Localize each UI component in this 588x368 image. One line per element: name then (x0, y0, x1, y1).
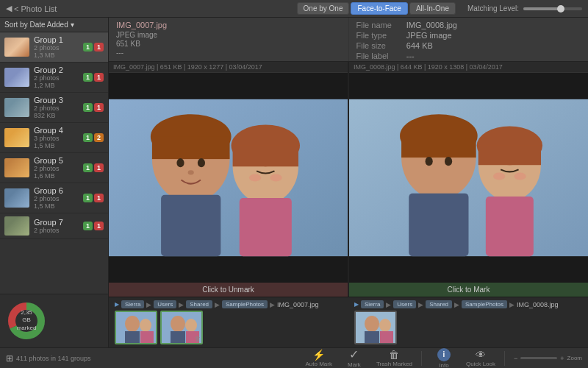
list-item[interactable]: Group 5 2 photos 1,6 MB 1 1 (0, 153, 108, 183)
bottom-tools: ⚡ Auto Mark ✓ Mark 🗑 Trash Marked i Info… (305, 348, 582, 369)
badges: 1 1 (83, 163, 104, 172)
file-size-left: 651 KB (116, 40, 341, 48)
badge-red: 1 (94, 103, 104, 112)
group-thumbnail (4, 128, 29, 147)
compare-unmark-button[interactable]: Click to Unmark (109, 283, 348, 297)
path-item: Sierra (121, 300, 144, 308)
thumbnail-item[interactable]: 🗑 (160, 311, 203, 344)
quick-look-label: Quick Look (466, 361, 495, 367)
back-link[interactable]: ◀ < Photo List (6, 4, 57, 13)
quick-look-tool[interactable]: 👁 Quick Look (466, 350, 495, 367)
list-item[interactable]: Group 6 2 photos 1,5 MB 1 1 (0, 183, 108, 213)
svg-point-27 (445, 157, 452, 166)
badge-red: 1 (94, 43, 104, 52)
thumbnail-row: ▶ Sierra ▶ Users ▶ Shared ▶ SamplePhotos… (109, 297, 588, 347)
thumbnail-item[interactable] (354, 311, 397, 344)
badge-green: 1 (83, 103, 93, 112)
list-item[interactable]: Group 2 2 photos 1,2 MB 1 1 (0, 63, 108, 93)
path-item: SamplePhotos (462, 300, 507, 308)
list-item[interactable]: Group 3 2 photos 832 KB 1 1 (0, 93, 108, 123)
compare-row: IMG_0007.jpg | 651 KB | 1920 x 1277 | 03… (109, 62, 588, 297)
btn-one-by-one[interactable]: One by One (297, 2, 350, 15)
sort-label: Sort by Date Added (4, 21, 68, 29)
badges: 1 1 (83, 103, 104, 112)
thumbnails-right (354, 311, 582, 344)
svg-point-16 (270, 174, 282, 181)
badges: 1 1 (83, 43, 104, 52)
auto-mark-label: Auto Mark (305, 361, 331, 367)
file-detail-labels: File name File type File size File label (356, 21, 392, 60)
top-bar: ◀ < Photo List One by One Face-to-Face A… (0, 0, 588, 18)
thumb-filename-left: IMG_0007.jpg (277, 301, 319, 308)
zoom-out-icon[interactable]: − (514, 355, 517, 362)
compare-mark-button[interactable]: Click to Mark (349, 283, 588, 297)
list-item[interactable]: Group 7 2 photos 1 1 (0, 213, 108, 239)
svg-rect-21 (409, 194, 468, 256)
zoom-in-icon[interactable]: + (560, 355, 564, 362)
matching-level-slider[interactable] (523, 7, 582, 10)
svg-rect-37 (171, 331, 185, 344)
svg-rect-34 (140, 331, 154, 344)
zoom-slider[interactable] (520, 357, 557, 359)
list-item[interactable]: Group 4 3 photos 1,5 MB 1 2 (0, 123, 108, 153)
group-thumbnail (4, 38, 29, 57)
list-item[interactable]: Group 1 2 photos 1,3 MB 1 1 (0, 32, 108, 63)
badge-orange: 2 (94, 133, 104, 142)
donut-chart: 2,35 GB marked (6, 300, 47, 342)
file-panel-right: File name File type File size File label… (349, 18, 589, 61)
group-info: Group 3 2 photos 832 KB (34, 96, 79, 119)
badges: 1 1 (83, 222, 104, 230)
group-meta: 2 photos 1,6 MB (34, 165, 79, 180)
main-area: Sort by Date Added ▾ Group 1 2 photos 1,… (0, 18, 588, 347)
svg-point-26 (426, 157, 433, 166)
zoom-control: − + Zoom (514, 355, 582, 362)
file-label-right: --- (406, 52, 457, 60)
badge-green: 1 (83, 194, 93, 202)
path-item: Users (154, 300, 176, 308)
mark-tool[interactable]: ✓ Mark (341, 349, 368, 368)
group-thumbnail (4, 216, 29, 236)
compare-header-right: IMG_0008.jpg | 644 KB | 1920 x 1308 | 03… (349, 62, 588, 73)
bottom-bar: ⊞ 411 photos in 141 groups ⚡ Auto Mark ✓… (0, 347, 588, 368)
trash-marked-tool[interactable]: 🗑 Trash Marked (376, 350, 412, 367)
sidebar: Sort by Date Added ▾ Group 1 2 photos 1,… (0, 18, 109, 347)
btn-all-in-one[interactable]: All-In-One (409, 2, 456, 15)
auto-mark-icon: ⚡ (312, 350, 325, 360)
svg-rect-32 (125, 331, 140, 344)
mark-icon: ✓ (349, 349, 359, 361)
eye-icon: 👁 (476, 350, 486, 360)
matching-level-label: Matching Level: (467, 4, 519, 13)
group-info: Group 6 2 photos 1,5 MB (34, 186, 79, 210)
group-name: Group 4 (34, 126, 79, 135)
thumb-path-right: ▶ Sierra ▶ Users ▶ Shared ▶ SamplePhotos… (354, 300, 582, 308)
trash-icon: 🗑 (195, 336, 201, 342)
path-item: Sierra (361, 300, 384, 308)
thumb-panel-right: ▶ Sierra ▶ Users ▶ Shared ▶ SamplePhotos… (348, 297, 588, 347)
svg-point-33 (140, 319, 151, 332)
content-area: IMG_0007.jpg JPEG image 651 KB --- File … (109, 18, 588, 347)
svg-rect-44 (380, 331, 393, 344)
svg-point-29 (514, 172, 526, 180)
group-name: Group 3 (34, 96, 79, 105)
file-size-right: 644 KB (406, 41, 457, 50)
compare-panel-right: IMG_0008.jpg | 644 KB | 1920 x 1308 | 03… (349, 62, 588, 297)
badge-green: 1 (83, 73, 93, 82)
sort-bar[interactable]: Sort by Date Added ▾ (0, 18, 108, 32)
back-icon: ◀ (6, 4, 12, 13)
thumbnails-left: 🗑 (115, 311, 343, 344)
svg-point-28 (493, 172, 505, 180)
sidebar-stats: 2,35 GB marked (0, 294, 108, 347)
group-name: Group 7 (34, 218, 79, 227)
compare-image-right (349, 73, 588, 283)
group-thumbnail (4, 188, 29, 208)
group-name: Group 2 (34, 66, 79, 74)
back-label: < Photo List (14, 4, 57, 13)
zoom-label: Zoom (567, 355, 582, 361)
info-icon[interactable]: i (437, 348, 451, 361)
group-name: Group 6 (34, 186, 79, 195)
thumbnail-item[interactable] (115, 311, 157, 344)
badge-green: 1 (83, 163, 93, 172)
info-tool[interactable]: i Info (431, 348, 457, 369)
auto-mark-tool[interactable]: ⚡ Auto Mark (305, 350, 331, 367)
btn-face-to-face[interactable]: Face-to-Face (351, 2, 407, 15)
